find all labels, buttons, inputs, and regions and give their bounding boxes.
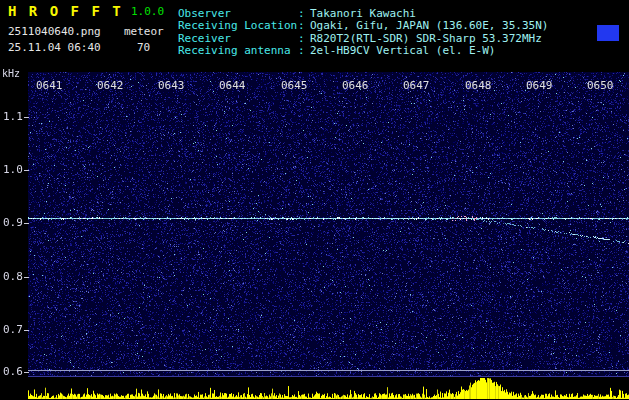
freq-tick-label: 1.1	[3, 111, 23, 123]
freq-tick-label: 0.8	[3, 271, 23, 283]
time-tick-label: 0650	[587, 80, 614, 92]
time-tick-label: 0641	[36, 80, 63, 92]
time-tick-label: 0646	[342, 80, 369, 92]
datetime-label: 25.11.04 06:40	[8, 42, 101, 54]
count-label: 70	[137, 42, 150, 54]
info-label: Receiving Location	[178, 20, 298, 32]
freq-tick-label: 0.9	[3, 217, 23, 229]
info-separator: :	[298, 45, 310, 57]
info-separator: :	[298, 20, 310, 32]
info-label: Receiving antenna	[178, 45, 298, 57]
info-row-location: Receiving Location : Ogaki, Gifu, JAPAN …	[178, 20, 548, 32]
info-value: 2el-HB9CV Vertical (el. E-W)	[310, 45, 495, 57]
mode-label: meteor	[124, 26, 164, 38]
info-row-antenna: Receiving antenna : 2el-HB9CV Vertical (…	[178, 45, 495, 57]
freq-tick-label: 0.6	[3, 366, 23, 378]
time-tick-label: 0649	[526, 80, 553, 92]
info-value: Ogaki, Gifu, JAPAN (136.60E, 35.35N)	[310, 20, 548, 32]
freq-tick-label: 1.0	[3, 164, 23, 176]
spectrogram-canvas	[0, 72, 629, 400]
time-tick-label: 0648	[465, 80, 492, 92]
status-indicator	[597, 25, 619, 41]
time-tick-label: 0644	[219, 80, 246, 92]
time-tick-label: 0645	[281, 80, 308, 92]
y-axis-unit: kHz	[2, 68, 20, 79]
output-filename: 2511040640.png	[8, 26, 101, 38]
time-tick-label: 0647	[403, 80, 430, 92]
freq-tick-label: 0.7	[3, 324, 23, 336]
time-tick-label: 0643	[158, 80, 185, 92]
time-tick-label: 0642	[97, 80, 124, 92]
app-version: 1.0.0	[131, 6, 164, 18]
app-title: H R O F F T	[8, 4, 123, 19]
